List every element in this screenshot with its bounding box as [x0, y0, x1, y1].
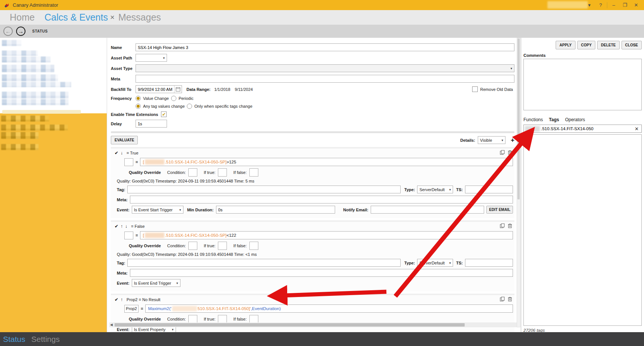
expression-checkbox[interactable]	[124, 232, 133, 239]
delete-icon[interactable]	[508, 150, 512, 155]
delete-button[interactable]: DELETE	[597, 41, 619, 49]
meta-input[interactable]	[130, 196, 513, 203]
evaluate-button[interactable]: EVALUATE	[111, 136, 138, 144]
horizontal-scrollbar[interactable]: ◀	[109, 322, 517, 327]
periodic-radio[interactable]	[171, 96, 176, 101]
expression-checkbox[interactable]	[124, 158, 133, 166]
frequency-label: Frequency	[111, 96, 136, 101]
value-change-radio[interactable]	[136, 96, 141, 101]
nav-toolbar: ← → STATUS	[0, 25, 644, 38]
tab-functions[interactable]: Functions	[523, 117, 543, 122]
if-true-input[interactable]	[218, 315, 227, 323]
delay-input[interactable]	[136, 120, 167, 128]
copy-icon[interactable]	[500, 150, 505, 155]
titlebar-dropdown-icon[interactable]: ▾	[584, 0, 595, 10]
tag-label: Tag:	[117, 261, 125, 265]
forward-icon[interactable]: →	[16, 27, 25, 36]
meta-input[interactable]	[130, 269, 513, 277]
type-dropdown[interactable]: ServerDefault ▾	[417, 186, 453, 193]
back-icon[interactable]: ←	[3, 27, 13, 36]
if-false-input[interactable]	[249, 242, 258, 250]
event-dropdown[interactable]: Is Event End Trigger ▾	[132, 279, 180, 287]
tag-list[interactable]	[523, 134, 642, 326]
condition-input[interactable]	[188, 242, 197, 250]
details-dropdown[interactable]: Visible ▾	[478, 136, 505, 144]
tag-search-field[interactable]: ✕	[523, 125, 642, 133]
redacted-tree-item	[2, 56, 51, 62]
condition-input[interactable]	[188, 315, 197, 323]
if-true-input[interactable]	[218, 168, 227, 177]
add-calc-button[interactable]: +	[511, 137, 514, 144]
scrollbar-thumb[interactable]	[517, 39, 520, 199]
minimize-icon[interactable]: –	[608, 0, 619, 10]
vertical-scrollbar[interactable]	[517, 38, 520, 327]
condition-input[interactable]	[188, 168, 197, 177]
min-duration-input[interactable]	[216, 206, 335, 214]
tab-calcs-events[interactable]: Calcs & Events	[45, 12, 108, 23]
copy-icon[interactable]	[500, 297, 505, 301]
window-controls: ▾ ? – ❐ ✕	[584, 0, 642, 10]
tab-operators[interactable]: Operators	[565, 117, 585, 122]
ts-input[interactable]	[465, 186, 513, 193]
asset-path-dropdown[interactable]: ▾	[136, 54, 167, 62]
name-input[interactable]	[136, 43, 514, 51]
notify-email-label: Notify Email:	[343, 208, 368, 212]
tab-tags[interactable]: Tags	[549, 117, 559, 122]
close-window-icon[interactable]: ✕	[631, 0, 642, 10]
copy-button[interactable]: COPY	[577, 41, 595, 49]
any-tag-values-radio[interactable]	[136, 104, 141, 109]
move-up-icon[interactable]: ↑	[121, 224, 123, 229]
backfill-date-input[interactable]	[136, 86, 174, 93]
expression-input[interactable]: [ .510.SSX-14.FIC-SX14-050-SP] >125	[140, 158, 513, 166]
chevron-down-icon: ▾	[449, 261, 451, 265]
tag-input[interactable]	[127, 259, 400, 267]
tab-close-icon[interactable]: ×	[110, 13, 115, 22]
notify-email-input[interactable]	[371, 206, 484, 214]
event-dropdown[interactable]: Is Event Start Trigger ▾	[132, 206, 183, 214]
check-icon[interactable]: ✔	[115, 297, 118, 302]
move-down-icon[interactable]: ↓	[125, 224, 127, 229]
scroll-left-icon[interactable]: ◀	[110, 322, 113, 327]
remove-old-data-checkbox[interactable]	[472, 86, 478, 92]
tree-sidebar[interactable]	[0, 38, 107, 332]
tag-search-input[interactable]	[524, 125, 632, 132]
if-false-input[interactable]	[249, 315, 258, 323]
type-dropdown[interactable]: ServerDefault ▾	[417, 259, 453, 267]
tab-home[interactable]: Home	[10, 12, 35, 23]
expression-suffix: ,EventDuration)	[251, 306, 281, 311]
specific-tags-radio[interactable]	[187, 104, 192, 109]
if-true-input[interactable]	[218, 242, 227, 250]
help-icon[interactable]: ?	[595, 0, 606, 10]
property-name-box[interactable]: Prop2	[124, 305, 139, 313]
calendar-icon[interactable]	[174, 86, 182, 93]
if-false-input[interactable]	[249, 168, 258, 177]
restore-icon[interactable]: ❐	[619, 0, 631, 10]
type-value: ServerDefault	[419, 261, 444, 265]
delete-icon[interactable]	[508, 223, 512, 228]
move-up-icon[interactable]: ↑	[121, 297, 123, 302]
meta-input[interactable]	[136, 75, 514, 83]
comments-textarea[interactable]	[523, 59, 642, 110]
section-title: = True	[127, 151, 139, 155]
check-icon[interactable]: ✔	[115, 224, 118, 229]
check-icon[interactable]: ✔	[115, 150, 118, 156]
enable-time-extensions-checkbox[interactable]: ✔	[161, 111, 167, 117]
status-link[interactable]: Status	[3, 335, 25, 344]
clear-search-icon[interactable]: ✕	[632, 126, 641, 132]
settings-link[interactable]: Settings	[31, 335, 60, 344]
delete-icon[interactable]	[508, 297, 512, 301]
apply-button[interactable]: APPLY	[556, 41, 575, 49]
edit-email-button[interactable]: EDIT EMAIL	[486, 206, 513, 214]
scrollbar-thumb[interactable]	[115, 323, 465, 327]
expression-input[interactable]: [ .510.SSX-14.FIC-SX14-050-SP] <122	[140, 231, 513, 239]
expression-input[interactable]: Maximum2(' 510.SSX-14.FIT-SX14-050]' ,Ev…	[145, 304, 513, 313]
tab-messages[interactable]: Messages	[118, 12, 161, 23]
asset-type-dropdown[interactable]: ▾	[136, 64, 514, 72]
backfill-date-field[interactable]	[136, 85, 182, 93]
ts-input[interactable]	[465, 259, 513, 267]
close-button[interactable]: CLOSE	[622, 41, 642, 49]
move-down-icon[interactable]: ↓	[121, 150, 123, 156]
redacted-server-prefix	[172, 306, 197, 311]
copy-icon[interactable]	[500, 223, 505, 228]
tag-input[interactable]	[127, 186, 400, 193]
